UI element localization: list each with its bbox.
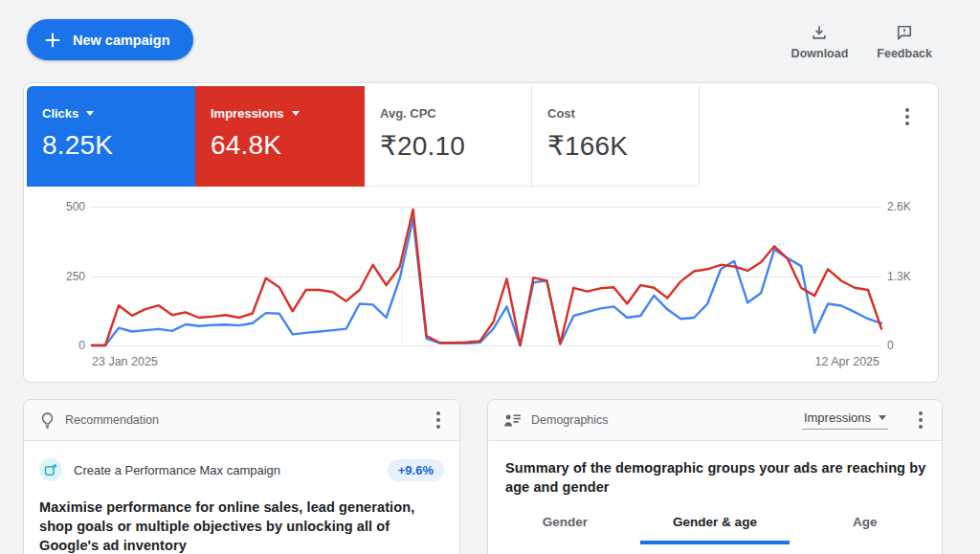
dropdown-caret-icon xyxy=(879,415,886,420)
overview-menu-button[interactable] xyxy=(900,104,915,129)
feedback-icon xyxy=(895,23,914,42)
metric-label: Cost xyxy=(547,106,575,121)
demographics-summary: Summary of the demographic groups your a… xyxy=(488,441,942,497)
dropdown-caret-icon xyxy=(292,111,300,116)
recommendation-description: Maximise performance for online sales, l… xyxy=(24,481,459,554)
topbar-actions: Download Feedback xyxy=(791,23,932,60)
chart-gridline xyxy=(92,345,881,346)
download-label: Download xyxy=(791,47,849,60)
metric-tile-cost[interactable]: Cost ₹166K xyxy=(532,86,700,187)
demographics-metric-dropdown[interactable]: Impressions xyxy=(802,410,888,430)
plus-icon xyxy=(44,32,61,49)
uplift-badge: +9.6% xyxy=(388,459,444,481)
demographics-card: Demographics Impressions Summary of the … xyxy=(487,399,943,554)
feedback-label: Feedback xyxy=(877,47,932,60)
feedback-button[interactable]: Feedback xyxy=(877,23,932,60)
performance-overview-card: Clicks 8.25K Impressions 64.8K Avg. CPC … xyxy=(23,82,939,383)
metric-label: Clicks xyxy=(42,106,78,121)
new-campaign-label: New campaign xyxy=(73,33,170,48)
right-axis-tick: 0 xyxy=(887,338,894,353)
dropdown-caret-icon xyxy=(86,111,94,116)
tab-gender-and-age[interactable]: Gender & age xyxy=(640,510,791,544)
tab-age[interactable]: Age xyxy=(790,510,940,544)
download-icon xyxy=(810,23,829,42)
trend-chart[interactable] xyxy=(92,207,881,345)
demographics-icon xyxy=(503,412,522,428)
recommendation-card-header: Recommendation xyxy=(24,400,459,441)
demographics-card-title: Demographics xyxy=(531,413,609,427)
metric-value: 64.8K xyxy=(211,130,365,161)
recommendation-menu-button[interactable] xyxy=(431,408,446,432)
recommendation-card-title: Recommendation xyxy=(65,413,159,427)
metric-tiles: Clicks 8.25K Impressions 64.8K Avg. CPC … xyxy=(27,86,935,187)
x-axis-start-date: 23 Jan 2025 xyxy=(92,355,158,368)
demographics-tabs: Gender Gender & age Age xyxy=(490,510,940,544)
new-campaign-button[interactable]: New campaign xyxy=(27,19,193,60)
metric-value: ₹166K xyxy=(547,130,699,162)
x-axis-end-date: 12 Apr 2025 xyxy=(815,355,880,368)
demographics-metric-value: Impressions xyxy=(804,410,871,425)
performance-max-icon xyxy=(39,458,62,481)
download-button[interactable]: Download xyxy=(791,23,849,60)
metric-tile-impressions[interactable]: Impressions 64.8K xyxy=(195,86,365,187)
demographics-card-header: Demographics Impressions xyxy=(488,400,942,441)
left-axis-tick: 250 xyxy=(43,269,85,284)
left-axis-tick: 0 xyxy=(43,338,85,353)
metric-tile-clicks[interactable]: Clicks 8.25K xyxy=(27,86,195,187)
metric-value: 8.25K xyxy=(42,130,195,161)
metric-label: Avg. CPC xyxy=(380,106,436,121)
lightbulb-icon xyxy=(39,411,56,430)
demographics-menu-button[interactable] xyxy=(913,408,928,432)
recommendation-card: Recommendation Create a Performance Max … xyxy=(23,399,460,554)
metric-label: Impressions xyxy=(211,106,284,121)
left-axis-tick: 500 xyxy=(43,199,85,214)
metric-value: ₹20.10 xyxy=(380,130,531,162)
tab-gender[interactable]: Gender xyxy=(490,510,640,544)
right-axis-tick: 2.6K xyxy=(887,199,911,214)
clicks-line-series xyxy=(92,219,881,346)
recommendation-item-title: Create a Performance Max campaign xyxy=(74,463,280,477)
metric-tile-avg-cpc[interactable]: Avg. CPC ₹20.10 xyxy=(365,86,532,187)
right-axis-tick: 1.3K xyxy=(887,269,911,284)
recommendation-item[interactable]: Create a Performance Max campaign +9.6% xyxy=(24,441,459,481)
